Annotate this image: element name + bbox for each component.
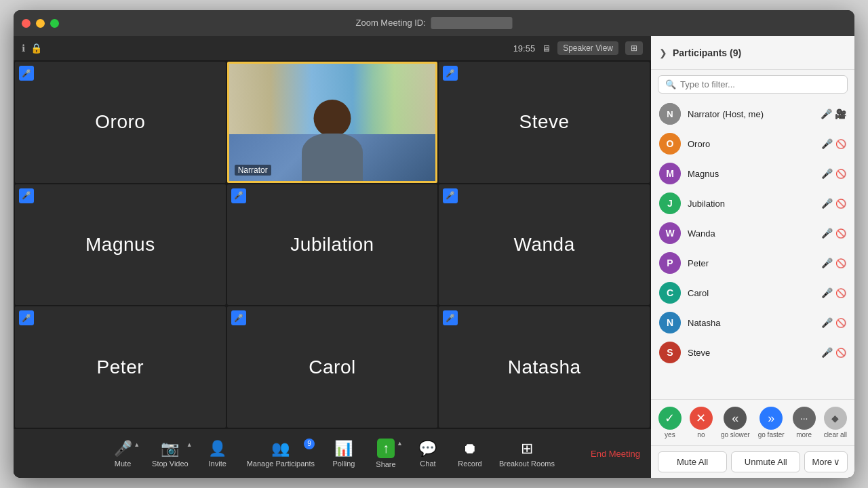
end-meeting-button[interactable]: End Meeting bbox=[591, 449, 640, 459]
avatar: O bbox=[659, 133, 681, 155]
list-item[interactable]: P Peter 🎤 🚫 bbox=[651, 248, 854, 278]
participant-icons: 🎤 🚫 bbox=[821, 347, 846, 358]
window-title: Zoom Meeting ID: bbox=[356, 17, 513, 29]
video-grid: 🎤 Ororo Narrator bbox=[14, 60, 651, 429]
zoom-window: Zoom Meeting ID: ℹ 🔒 19:55 🖥 Speaker Vie… bbox=[14, 10, 854, 478]
mic-muted-icon: 🎤 bbox=[821, 168, 833, 179]
participant-list: N Narrator (Host, me) 🎤 🎥 O Ororo 🎤 🚫 bbox=[651, 99, 854, 399]
natasha-name: Natasha bbox=[508, 357, 581, 378]
mute-button[interactable]: 🎤 ▲ Mute bbox=[103, 436, 142, 472]
reactions-bar: ✓ yes ✕ no « go slower » go faster ··· bbox=[651, 399, 854, 445]
mute-badge-natasha: 🎤 bbox=[443, 310, 458, 325]
camera-icon: 📷 bbox=[161, 440, 179, 458]
unmute-all-button[interactable]: Unmute All bbox=[731, 451, 800, 472]
no-reaction-button[interactable]: ✕ no bbox=[690, 407, 713, 439]
participant-icons: 🎤 🚫 bbox=[821, 168, 846, 179]
list-item[interactable]: O Ororo 🎤 🚫 bbox=[651, 129, 854, 159]
maximize-button[interactable] bbox=[50, 19, 59, 28]
cam-off-icon: 🚫 bbox=[835, 169, 846, 179]
monitor-icon: 🖥 bbox=[542, 43, 551, 54]
invite-button[interactable]: 👤 Invite bbox=[198, 436, 237, 472]
list-item[interactable]: J Jubilation 🎤 🚫 bbox=[651, 188, 854, 218]
cam-on-icon: 🎥 bbox=[835, 108, 846, 119]
narrator-label: Narrator bbox=[235, 165, 271, 176]
minimize-button[interactable] bbox=[36, 19, 45, 28]
magnus-name: Magnus bbox=[85, 234, 155, 256]
top-bar-left: ℹ 🔒 bbox=[22, 43, 42, 54]
cell-magnus: 🎤 Magnus bbox=[15, 184, 226, 306]
carol-name: Carol bbox=[309, 357, 355, 378]
participant-icons: 🎤 🚫 bbox=[821, 317, 846, 328]
panel-actions: Mute All Unmute All More ∨ bbox=[651, 445, 854, 478]
participant-icons: 🎤 🚫 bbox=[821, 228, 846, 239]
participant-name: Jubilation bbox=[688, 199, 814, 209]
mic-muted-icon: 🎤 bbox=[821, 258, 833, 268]
cam-off-icon: 🚫 bbox=[835, 288, 846, 298]
more-options-button[interactable]: More ∨ bbox=[804, 451, 848, 472]
participant-name: Natasha bbox=[688, 318, 814, 328]
avatar: S bbox=[659, 342, 681, 363]
list-item[interactable]: C Carol 🎤 🚫 bbox=[651, 278, 854, 308]
participant-icons: 🎤 🚫 bbox=[821, 287, 846, 298]
manage-participants-button[interactable]: 👥 9 Manage Participants bbox=[240, 436, 321, 472]
cam-off-icon: 🚫 bbox=[835, 199, 846, 209]
chat-button[interactable]: 💬 Chat bbox=[408, 436, 448, 472]
jubilation-name: Jubilation bbox=[290, 234, 374, 256]
meeting-id-input[interactable] bbox=[431, 17, 512, 29]
list-item[interactable]: W Wanda 🎤 🚫 bbox=[651, 218, 854, 248]
participants-panel: ❯ Participants (9) 🔍 N Narrator (Host, m… bbox=[651, 36, 854, 478]
list-item[interactable]: M Magnus 🎤 🚫 bbox=[651, 159, 854, 188]
cell-natasha: 🎤 Natasha bbox=[439, 306, 650, 428]
share-button[interactable]: ↑ ▲ Share bbox=[366, 434, 406, 472]
yes-reaction-button[interactable]: ✓ yes bbox=[658, 407, 682, 439]
list-item[interactable]: S Steve 🎤 🚫 bbox=[651, 338, 854, 367]
cell-wanda: 🎤 Wanda bbox=[439, 184, 650, 306]
participant-icons: 🎤 🚫 bbox=[821, 138, 846, 149]
close-button[interactable] bbox=[22, 19, 31, 28]
avatar: N bbox=[659, 312, 681, 333]
participant-name: Carol bbox=[688, 288, 814, 298]
mute-all-button[interactable]: Mute All bbox=[658, 451, 727, 472]
mic-icon: 🎤 bbox=[114, 440, 132, 458]
avatar: C bbox=[659, 282, 681, 304]
record-button[interactable]: ⏺ Record bbox=[450, 436, 490, 472]
info-icon: ℹ bbox=[22, 43, 25, 54]
timer-display: 19:55 bbox=[513, 43, 536, 54]
search-input[interactable] bbox=[680, 79, 840, 89]
go-slower-button[interactable]: « go slower bbox=[721, 407, 750, 439]
share-caret[interactable]: ▲ bbox=[397, 440, 403, 447]
avatar: J bbox=[659, 192, 681, 214]
grid-view-button[interactable]: ⊞ bbox=[625, 41, 643, 55]
cell-peter: 🎤 Peter bbox=[15, 306, 226, 428]
participant-icons: 🎤 🚫 bbox=[821, 198, 846, 209]
mute-caret[interactable]: ▲ bbox=[134, 441, 140, 448]
polling-button[interactable]: 📊 Polling bbox=[324, 436, 363, 472]
mute-badge-magnus: 🎤 bbox=[19, 188, 34, 203]
mute-badge-carol: 🎤 bbox=[231, 310, 246, 325]
cell-steve: 🎤 Steve bbox=[439, 62, 650, 183]
more-reactions-button[interactable]: ··· more bbox=[793, 407, 816, 439]
video-area: ℹ 🔒 19:55 🖥 Speaker View ⊞ 🎤 Ororo bbox=[14, 36, 651, 478]
breakout-rooms-button[interactable]: ⊞ Breakout Rooms bbox=[492, 436, 561, 472]
avatar: N bbox=[659, 103, 681, 125]
speaker-view-button[interactable]: Speaker View bbox=[557, 41, 618, 55]
peter-name: Peter bbox=[97, 357, 144, 378]
participant-name: Wanda bbox=[688, 228, 814, 239]
polling-icon: 📊 bbox=[334, 440, 353, 458]
toolbar: 🎤 ▲ Mute 📷 ▲ Stop Video 👤 Invite 👥 9 Ma bbox=[14, 429, 651, 478]
video-caret[interactable]: ▲ bbox=[186, 441, 193, 448]
avatar: P bbox=[659, 252, 681, 274]
avatar: M bbox=[659, 163, 681, 184]
participant-icons: 🎤 🚫 bbox=[821, 258, 846, 268]
go-faster-button[interactable]: » go faster bbox=[758, 407, 785, 439]
stop-video-button[interactable]: 📷 ▲ Stop Video bbox=[145, 436, 195, 472]
clear-all-button[interactable]: ◆ clear all bbox=[824, 407, 847, 439]
top-bar-right: 19:55 🖥 Speaker View ⊞ bbox=[513, 41, 643, 55]
mute-badge-jubilation: 🎤 bbox=[231, 188, 246, 203]
cam-off-icon: 🚫 bbox=[835, 258, 846, 268]
list-item[interactable]: N Narrator (Host, me) 🎤 🎥 bbox=[651, 99, 854, 129]
participant-name: Magnus bbox=[688, 169, 814, 179]
list-item[interactable]: N Natasha 🎤 🚫 bbox=[651, 308, 854, 338]
participants-badge: 9 bbox=[304, 439, 315, 449]
collapse-panel-button[interactable]: ❯ bbox=[659, 47, 667, 58]
